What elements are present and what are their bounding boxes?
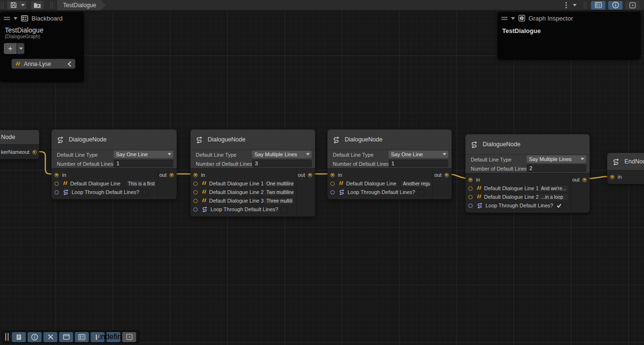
port-string[interactable] [330,182,335,186]
toolbar-separator [586,2,586,9]
dropdown-default-line-type[interactable]: Say Multiple Lines [527,155,586,163]
dropdown-default-line-type[interactable]: Say Multiple Lines [252,151,312,158]
toolbar-button-document[interactable] [12,332,26,342]
port-label: Loop Through Default Lines? [486,203,553,208]
port-string[interactable] [468,195,473,199]
port-bool[interactable] [54,190,59,194]
port-exec[interactable] [330,173,335,177]
port-value-field[interactable]: One multiline [264,180,294,187]
toolbar-drag-handle[interactable] [5,333,9,341]
port-bool[interactable] [468,204,473,208]
drag-handle-icon[interactable] [501,17,507,20]
port-value-field[interactable]: This is a first [126,180,156,187]
port-bool[interactable] [330,190,335,194]
loop-checkbox[interactable] [281,206,287,213]
port-value-field[interactable]: ...in a loop [538,194,569,201]
port-exec[interactable] [169,173,174,177]
port-label: Default Dialogue Line 2 [209,189,264,195]
toolbar-button-options[interactable]: undefined [106,332,120,342]
chevron-left-icon[interactable] [67,61,72,67]
overflow-menu-button[interactable] [562,1,570,10]
input-number-of-default-lines[interactable]: 1 [389,160,448,167]
port-value-field[interactable]: Another regu [401,180,431,187]
port-exec[interactable] [610,175,614,179]
out-port-label: out [298,172,305,178]
port-string[interactable] [193,182,198,186]
collapse-triangle-icon[interactable] [13,17,18,20]
dropdown-default-line-type[interactable]: Say One Line [389,151,448,158]
node-dialoguenode-1[interactable]: DialogueNodeDefault Line TypeSay One Lin… [52,129,177,199]
port-string[interactable] [193,199,198,203]
loop-checkbox[interactable] [556,203,562,209]
loop-checkbox[interactable] [418,189,424,195]
node-properties: Default Line TypeSay One LineNumber of D… [52,150,177,168]
node-dialoguenode-4[interactable]: DialogueNodeDefault Line TypeSay Multipl… [465,134,590,213]
toggle-inspector-button[interactable] [608,1,623,10]
port-exec[interactable] [54,173,59,177]
toolbar-button-window[interactable] [59,332,73,342]
toolbar-button-blackboard[interactable] [75,332,89,342]
dots-vertical-icon [565,2,567,9]
loop-icon [476,202,483,209]
collapse-triangle-icon[interactable] [511,17,515,20]
save-options-button[interactable] [20,1,26,10]
input-number-of-default-lines[interactable]: 1 [114,160,173,167]
blackboard-field-label: Anna-Lyse [24,61,64,67]
node-endnode-5[interactable]: EndNodein [607,153,644,184]
input-number-of-default-lines[interactable]: 2 [527,164,586,172]
loop-icon [338,189,345,195]
node-title: DialogueNode [52,129,177,150]
open-asset-button[interactable] [31,1,43,10]
input-number-of-default-lines[interactable]: 3 [252,160,312,167]
loop-checkbox[interactable] [142,189,148,195]
blackboard-field-anna-lyse[interactable]: Anna-Lyse [11,59,75,69]
graph-inspector-header[interactable]: Graph Inspector [497,12,641,24]
port-string[interactable] [468,186,473,191]
port-label: Default Dialogue Line [70,181,120,186]
port-value-field[interactable]: Two multiline [264,189,294,196]
save-icon [10,1,17,9]
save-button[interactable] [7,1,20,10]
port-bool[interactable] [193,207,198,212]
out-port-label: out [159,172,167,178]
port-string[interactable] [54,182,59,186]
port-label: Default Dialogue Line 3 [209,198,264,204]
port-label: Default Dialogue Line 2 [484,194,538,200]
caret-down-icon [573,4,577,6]
dropdown-default-line-type[interactable]: Say One Line [114,151,173,158]
node-properties: Default Line TypeSay One LineNumber of D… [327,150,452,168]
graph-editor-canvas[interactable]: NodekerNameoutDialogueNodeDefault Line T… [0,0,644,345]
port-exec[interactable] [193,173,198,177]
port-exec[interactable] [582,178,587,182]
toolbar-separator [584,2,584,9]
node-dialoguenode-3[interactable]: DialogueNodeDefault Line TypeSay One Lin… [327,129,452,199]
blackboard-header[interactable]: Blackboard [0,12,84,24]
blackboard-title: Blackboard [32,15,63,22]
drag-handle-icon[interactable] [4,17,10,20]
port-exec[interactable] [32,150,37,154]
node-flow-icon [470,140,478,149]
node-title: DialogueNode [327,129,452,150]
node-dialoguenode-2[interactable]: DialogueNodeDefault Line TypeSay Multipl… [190,129,315,216]
caret-down-icon [21,4,25,6]
toggle-blackboard-button[interactable] [591,1,605,10]
toolbar-button-tools[interactable] [43,332,57,342]
port-value-field[interactable]: And we're... [538,185,569,192]
overflow-caret-button[interactable] [571,1,579,10]
toolbar-button-flag[interactable] [122,332,136,342]
node-flow-icon [612,158,620,166]
toggle-flag-panel-button[interactable] [625,1,640,10]
document-icon [16,334,22,340]
port-value-field[interactable]: Three multili [264,197,294,205]
port-exec[interactable] [468,178,473,182]
node-node-0[interactable]: NodekerNameout [0,130,39,159]
port-string[interactable] [193,190,198,194]
toolbar-separator [1,2,1,9]
toolbar-button-info[interactable] [28,332,42,342]
quote-icon [476,186,482,191]
port-exec[interactable] [308,173,312,177]
add-variable-button[interactable]: + [4,43,17,54]
add-variable-caret-button[interactable] [17,43,24,54]
tab-testdialogue[interactable]: TestDialogue [57,0,106,11]
port-exec[interactable] [444,173,449,177]
